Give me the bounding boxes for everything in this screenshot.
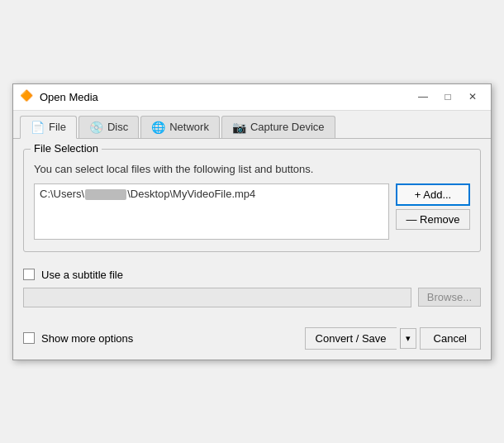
file-tab-icon: 📄	[31, 121, 45, 134]
disc-tab-icon: 💿	[89, 121, 103, 134]
remove-button[interactable]: — Remove	[396, 209, 470, 230]
bottom-buttons: Convert / Save ▾ Cancel	[305, 327, 481, 350]
tab-file-label: File	[49, 121, 66, 133]
file-list-box[interactable]: C:\Users\\Desktop\MyVideoFile.mp4	[34, 183, 389, 240]
bottom-area: Show more options Convert / Save ▾ Cance…	[13, 321, 491, 360]
title-bar-left: 🔶 Open Media	[20, 89, 98, 104]
convert-save-button[interactable]: Convert / Save	[305, 327, 397, 350]
file-path-hidden	[85, 189, 126, 200]
content-area: File Selection You can select local file…	[13, 138, 491, 321]
tab-network[interactable]: 🌐 Network	[140, 116, 220, 138]
file-path-prefix: C:\Users\	[40, 188, 84, 200]
title-bar: 🔶 Open Media — □ ✕	[13, 84, 491, 111]
add-button[interactable]: + Add...	[396, 183, 470, 206]
tab-file[interactable]: 📄 File	[20, 116, 77, 139]
file-list-area: C:\Users\\Desktop\MyVideoFile.mp4 + Add.…	[34, 183, 470, 240]
file-buttons: + Add... — Remove	[396, 183, 470, 230]
subtitle-browse-button: Browse...	[418, 288, 481, 307]
file-path-suffix: \Desktop\MyVideoFile.mp4	[127, 188, 255, 200]
group-title: File Selection	[31, 142, 102, 155]
show-more-label: Show more options	[41, 332, 133, 345]
tab-network-label: Network	[169, 121, 209, 133]
tab-capture-label: Capture Device	[250, 121, 325, 133]
vlc-icon: 🔶	[20, 89, 35, 104]
file-selection-group: File Selection You can select local file…	[23, 149, 481, 252]
subtitle-checkbox[interactable]	[23, 269, 35, 280]
minimize-button[interactable]: —	[411, 88, 435, 106]
show-more-checkbox[interactable]	[23, 332, 35, 344]
show-more-row: Show more options	[23, 332, 133, 345]
convert-save-dropdown[interactable]: ▾	[400, 328, 416, 349]
tab-capture-device[interactable]: 📷 Capture Device	[221, 116, 335, 138]
subtitle-input-row: Browse...	[23, 288, 481, 307]
maximize-button[interactable]: □	[436, 88, 459, 106]
tab-disc-label: Disc	[107, 121, 128, 133]
subtitle-area: Use a subtitle file Browse...	[23, 262, 481, 311]
tab-bar: 📄 File 💿 Disc 🌐 Network 📷 Capture Device	[13, 111, 491, 138]
subtitle-input[interactable]	[23, 288, 411, 307]
network-tab-icon: 🌐	[151, 121, 165, 134]
title-bar-buttons: — □ ✕	[411, 88, 484, 106]
window-title: Open Media	[40, 91, 98, 103]
tab-disc[interactable]: 💿 Disc	[78, 116, 139, 138]
subtitle-checkbox-label: Use a subtitle file	[41, 269, 123, 281]
open-media-window: 🔶 Open Media — □ ✕ 📄 File 💿 Disc 🌐 Netwo…	[12, 83, 492, 360]
close-button[interactable]: ✕	[461, 88, 484, 106]
capture-tab-icon: 📷	[232, 121, 246, 134]
subtitle-checkbox-row: Use a subtitle file	[23, 269, 481, 281]
description-text: You can select local files with the foll…	[34, 163, 470, 175]
cancel-button[interactable]: Cancel	[420, 327, 481, 350]
